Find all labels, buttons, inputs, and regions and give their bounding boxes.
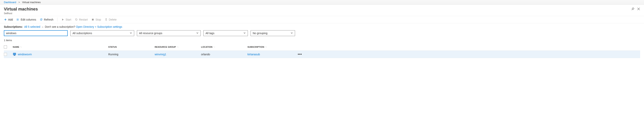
play-icon [61,18,64,21]
grouping-dropdown[interactable]: No grouping [250,30,295,36]
select-all-checkbox[interactable] [4,45,7,48]
grouping-dropdown-label: No grouping [253,32,268,35]
add-label: Add [8,18,13,21]
svg-rect-8 [18,19,18,20]
add-button[interactable]: Add [4,18,13,21]
svg-rect-4 [17,19,18,19]
svg-rect-5 [17,19,18,20]
page-header: Virtual machines Selfhost [0,5,644,16]
subscriptions-dash: – [42,25,44,28]
table-row[interactable]: windowsvm Running winvmrg1 orlando kirta… [4,51,640,58]
subscriptions-selected-link[interactable]: All 5 selected [24,25,40,28]
vm-icon [13,53,16,56]
svg-rect-12 [13,53,16,55]
subscriptions-row: Subscriptions: All 5 selected – Don't se… [0,23,644,28]
filters-row: All subscriptions All resource groups Al… [0,28,644,38]
table-header: Name ↑↓ Status Resource group ↑↓ Locatio… [4,43,640,51]
chevron-down-icon [290,32,293,35]
col-name-label: Name [13,46,19,48]
toolbar: Add Edit columns Refresh Start Restart S… [0,16,644,23]
col-status[interactable]: Status [108,46,155,48]
search-input[interactable] [6,32,66,35]
page-subtitle: Selfhost [4,12,38,15]
start-button: Start [61,18,71,21]
delete-button: Delete [104,18,116,21]
sort-icon: ↑↓ [20,46,22,48]
col-resource-group[interactable]: Resource group ↑↓ [155,46,201,48]
subscriptions-dropdown[interactable]: All subscriptions [70,30,134,36]
pin-icon[interactable] [631,7,634,11]
refresh-icon [40,18,43,21]
subscriptions-hint: Don't see a subscription? [45,25,75,28]
col-location[interactable]: Location ↑↓ [201,46,248,48]
breadcrumb: Dashboard > Virtual machines [0,0,644,5]
columns-icon [16,18,20,21]
plus-icon [4,18,7,21]
svg-rect-9 [18,20,18,21]
subscriptions-dropdown-label: All subscriptions [72,32,92,35]
col-rg-label: Resource group [155,46,176,48]
sort-icon: ↑↓ [213,46,216,48]
chevron-down-icon [130,32,132,35]
resource-groups-dropdown[interactable]: All resource groups [137,30,201,36]
vm-status: Running [108,53,155,56]
vm-resource-group-link[interactable]: winvmrg1 [155,53,166,56]
trash-icon [104,18,108,21]
stop-label: Stop [96,18,101,21]
items-count: 1 items [0,38,644,43]
search-field[interactable] [4,30,68,36]
col-subscription[interactable]: Subscription ↑↓ [248,46,298,48]
tags-dropdown[interactable]: All tags [204,30,248,36]
subscriptions-label: Subscriptions: [4,25,23,28]
stop-button: Stop [91,18,101,21]
svg-marker-10 [62,19,64,21]
vm-subscription-link[interactable]: kirtanasub [248,53,260,56]
vm-name-link[interactable]: windowsvm [18,53,32,56]
vm-table: Name ↑↓ Status Resource group ↑↓ Locatio… [0,43,644,60]
vm-location: orlando [201,53,248,56]
svg-rect-7 [18,19,18,19]
row-checkbox[interactable] [4,53,7,56]
edit-columns-button[interactable]: Edit columns [16,18,36,21]
tags-dropdown-label: All tags [206,32,214,35]
svg-rect-14 [14,55,16,56]
breadcrumb-current: Virtual machines [22,1,40,4]
col-location-label: Location [201,46,212,48]
col-status-label: Status [108,46,117,48]
col-subscription-label: Subscription [248,46,264,48]
restart-label: Restart [79,18,88,21]
edit-columns-label: Edit columns [21,18,36,21]
col-name[interactable]: Name ↑↓ [12,46,108,48]
open-directory-link[interactable]: Open Directory + Subscription settings [76,25,122,28]
sort-icon: ↑↓ [177,46,179,48]
sort-icon: ↑↓ [265,46,267,48]
toolbar-divider [57,18,58,22]
breadcrumb-separator: > [18,1,20,4]
refresh-label: Refresh [44,18,53,21]
start-label: Start [66,18,71,21]
svg-rect-6 [17,20,18,21]
page-title: Virtual machines [4,7,38,12]
delete-label: Delete [109,18,116,21]
stop-icon [91,18,94,21]
restart-button: Restart [75,18,88,21]
restart-icon [75,18,78,21]
chevron-down-icon [244,32,246,35]
row-more-button[interactable]: ••• [298,52,306,56]
svg-rect-13 [14,55,15,55]
refresh-button[interactable]: Refresh [40,18,53,21]
chevron-down-icon [196,32,198,35]
resource-groups-dropdown-label: All resource groups [139,32,162,35]
close-icon[interactable] [637,7,640,11]
svg-rect-11 [92,19,94,21]
breadcrumb-dashboard[interactable]: Dashboard [4,1,16,4]
